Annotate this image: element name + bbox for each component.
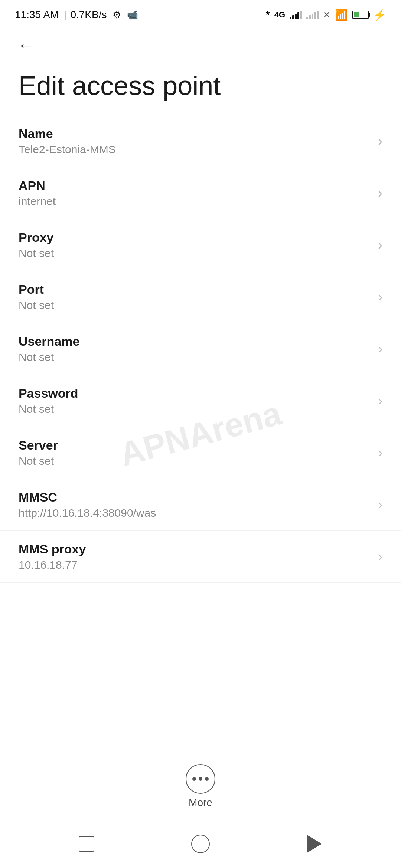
- settings-item-label: APN: [19, 178, 371, 193]
- settings-item-label: Username: [19, 334, 371, 349]
- more-dots-icon: [192, 777, 209, 781]
- settings-item-value: Not set: [19, 299, 371, 312]
- settings-item-value: Not set: [19, 351, 371, 364]
- chevron-right-icon: ›: [378, 237, 382, 253]
- settings-list: Name Tele2-Estonia-MMS › APN internet › …: [0, 115, 401, 583]
- bluetooth-icon: *: [266, 9, 270, 21]
- settings-item[interactable]: MMS proxy 10.16.18.77 ›: [0, 531, 401, 583]
- more-circle-icon: [186, 764, 215, 794]
- page-title: Edit access point: [0, 60, 401, 115]
- settings-item-content: Username Not set: [19, 334, 371, 364]
- settings-item-value: Tele2-Estonia-MMS: [19, 143, 371, 156]
- more-label: More: [189, 797, 212, 809]
- back-icon: [307, 835, 322, 853]
- nav-recents-button[interactable]: [74, 831, 100, 857]
- navigation-bar: [0, 820, 401, 868]
- signal-x-icon: ✕: [323, 10, 330, 20]
- status-time: 11:35 AM: [15, 9, 59, 21]
- settings-item[interactable]: Username Not set ›: [0, 323, 401, 375]
- camera-icon: 📹: [127, 10, 138, 20]
- bottom-action-area: More: [0, 764, 401, 809]
- settings-item[interactable]: MMSC http://10.16.18.4:38090/was ›: [0, 479, 401, 531]
- more-button[interactable]: More: [186, 764, 215, 809]
- status-bar: 11:35 AM | 0.7KB/s ⚙ 📹 * 4G ✕ 📶 ⚡: [0, 0, 401, 27]
- settings-item-content: Server Not set: [19, 438, 371, 467]
- chevron-right-icon: ›: [378, 497, 382, 513]
- chevron-right-icon: ›: [378, 445, 382, 461]
- settings-item-label: Server: [19, 438, 371, 453]
- settings-item[interactable]: Name Tele2-Estonia-MMS ›: [0, 115, 401, 167]
- settings-item-content: Port Not set: [19, 282, 371, 312]
- chevron-right-icon: ›: [378, 549, 382, 565]
- settings-item[interactable]: Port Not set ›: [0, 271, 401, 323]
- settings-item[interactable]: Server Not set ›: [0, 427, 401, 479]
- settings-item-value: http://10.16.18.4:38090/was: [19, 507, 371, 519]
- settings-item-content: Name Tele2-Estonia-MMS: [19, 126, 371, 156]
- settings-item-label: MMSC: [19, 490, 371, 504]
- settings-item[interactable]: APN internet ›: [0, 167, 401, 219]
- nav-back-button[interactable]: [301, 831, 327, 857]
- home-icon: [191, 835, 210, 853]
- signal-bars-secondary: [306, 11, 319, 19]
- settings-item[interactable]: Proxy Not set ›: [0, 219, 401, 271]
- chevron-right-icon: ›: [378, 393, 382, 409]
- wifi-icon: 📶: [335, 9, 348, 21]
- charging-icon: ⚡: [373, 9, 386, 21]
- settings-item-label: Name: [19, 126, 371, 141]
- battery-indicator: [352, 11, 369, 19]
- status-left: 11:35 AM | 0.7KB/s ⚙ 📹: [15, 9, 138, 21]
- chevron-right-icon: ›: [378, 185, 382, 201]
- settings-item-label: Proxy: [19, 230, 371, 245]
- settings-item-content: MMSC http://10.16.18.4:38090/was: [19, 490, 371, 519]
- settings-item-value: Not set: [19, 247, 371, 260]
- settings-item-content: MMS proxy 10.16.18.77: [19, 542, 371, 571]
- settings-item-content: Proxy Not set: [19, 230, 371, 260]
- chevron-right-icon: ›: [378, 134, 382, 149]
- settings-item-value: Not set: [19, 403, 371, 415]
- back-button[interactable]: ←: [15, 34, 37, 56]
- chevron-right-icon: ›: [378, 341, 382, 357]
- back-arrow-icon: ←: [17, 36, 35, 54]
- network-4g-icon: 4G: [274, 10, 285, 20]
- status-right: * 4G ✕ 📶 ⚡: [266, 9, 386, 21]
- settings-item-value: internet: [19, 195, 371, 208]
- recents-icon: [79, 836, 94, 852]
- nav-home-button[interactable]: [188, 831, 213, 857]
- status-network: | 0.7KB/s: [65, 9, 107, 21]
- settings-item-content: Password Not set: [19, 386, 371, 415]
- toolbar: ←: [0, 27, 401, 60]
- settings-item-value: Not set: [19, 455, 371, 467]
- settings-icon: ⚙: [113, 9, 121, 21]
- settings-item-label: Port: [19, 282, 371, 297]
- settings-item-value: 10.16.18.77: [19, 559, 371, 571]
- chevron-right-icon: ›: [378, 289, 382, 305]
- settings-item[interactable]: Password Not set ›: [0, 375, 401, 427]
- settings-item-content: APN internet: [19, 178, 371, 208]
- signal-bars-primary: [290, 11, 302, 19]
- settings-item-label: Password: [19, 386, 371, 401]
- settings-item-label: MMS proxy: [19, 542, 371, 556]
